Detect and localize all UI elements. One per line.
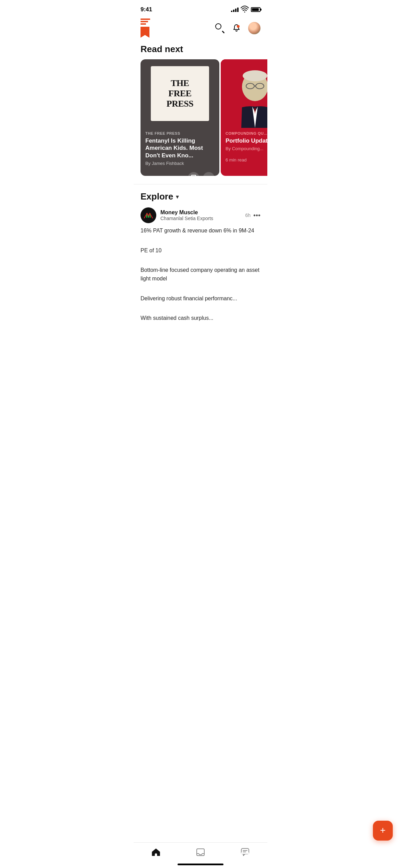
more-options-icon: ••• [206,175,211,176]
post-content: 16% PAT growth & revenue down 6% in 9M-2… [141,227,260,323]
article-post[interactable]: M Money Muscle Chamanlal Setia Exports 6… [134,207,267,323]
card-image-area: THEFREEPRESS [141,59,219,128]
post-subtitle: Chamanlal Setia Exports [160,216,213,221]
post-line-4 [141,256,260,265]
post-line-7: Delivering robust financial performanc..… [141,294,260,303]
svg-point-1 [237,25,240,28]
svg-point-4 [243,70,267,81]
article-card-free-press[interactable]: THEFREEPRESS THE FREE PRESS Fentanyl Is … [141,59,219,176]
bookmark-logo-icon [141,27,149,38]
card-hero-image [221,59,267,128]
card-headline: Fentanyl Is Killing American Kids. Most … [145,137,215,159]
card-footer-red: 6 min read [221,155,267,167]
post-line-8 [141,304,260,313]
avatar-image [248,22,260,34]
notifications-button[interactable] [232,23,241,33]
signal-bars-icon [231,7,239,12]
card-publisher: THE FREE PRESS [145,131,215,135]
search-button[interactable] [215,23,225,33]
read-next-section: Read next THEFREEPRESS THE FREE PRESS Fe… [134,41,267,176]
article-card-compounding[interactable]: COMPOUNDING QU... Portfolio Update... By… [221,59,267,176]
search-icon [215,23,221,29]
card-body-red: COMPOUNDING QU... Portfolio Update... By… [221,128,267,155]
status-bar: 9:41 [134,0,267,17]
publisher-name: Money Muscle [160,209,213,216]
card-footer: 8 min read ••• [141,169,219,176]
read-time: 8 min read [145,175,166,176]
chevron-down-icon: ▾ [176,193,179,200]
svg-point-0 [244,12,245,13]
menu-icon [141,19,150,25]
post-line-6 [141,285,260,293]
bell-icon [232,24,241,33]
post-meta: Money Muscle Chamanlal Setia Exports [160,209,213,221]
status-time: 9:41 [141,6,152,13]
app-logo[interactable] [141,19,150,38]
nav-actions [215,22,260,34]
explore-title: Explore [141,191,173,202]
post-line-2 [141,237,260,245]
post-header: M Money Muscle Chamanlal Setia Exports 6… [141,207,260,223]
post-time: 6h [245,213,251,218]
post-line-1: 16% PAT growth & revenue down 6% in 9M-2… [141,227,260,235]
post-time-menu: 6h ••• [245,212,260,219]
cards-scroll: THEFREEPRESS THE FREE PRESS Fentanyl Is … [134,59,267,176]
battery-icon [251,7,260,12]
explore-section: Explore ▾ M [134,184,267,323]
read-time-red: 6 min read [226,157,246,162]
more-options-button[interactable]: ••• [203,172,215,176]
bookmark-button[interactable] [188,172,199,176]
card-body: THE FREE PRESS Fentanyl Is Killing Ameri… [141,128,219,169]
explore-header: Explore ▾ [134,184,267,207]
status-icons [231,5,260,14]
post-line-5: Bottom-line focused company operating an… [141,266,260,283]
avatar[interactable] [248,22,260,34]
free-press-logo: THEFREEPRESS [151,66,209,121]
post-line-3: PE of 10 [141,246,260,255]
money-muscle-logo-icon: M [142,208,155,222]
card-publisher-red: COMPOUNDING QU... [226,131,267,135]
explore-dropdown-button[interactable]: ▾ [176,193,179,201]
free-press-logo-text: THEFREEPRESS [167,78,193,109]
card-author-red: By Compounding... [226,146,267,151]
post-menu-button[interactable]: ••• [253,212,260,219]
search-handle-icon [222,31,224,33]
publisher-avatar[interactable]: M [141,207,156,223]
wifi-icon [241,5,249,14]
post-line-9: With sustained cash surplus... [141,314,260,323]
person-illustration [221,59,267,128]
bookmark-icon [191,175,196,176]
card-author: By James Fishback [145,161,215,166]
card-actions: ••• [188,172,215,176]
read-next-title: Read next [134,41,267,59]
post-author-info: M Money Muscle Chamanlal Setia Exports [141,207,213,223]
card-headline-red: Portfolio Update... [226,137,267,144]
nav-bar [134,17,267,41]
